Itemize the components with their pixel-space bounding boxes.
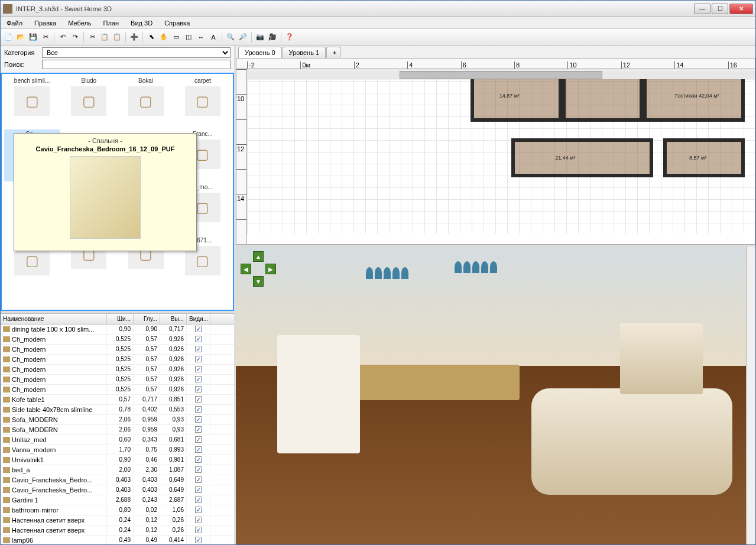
plan-tab[interactable]: Уровень 0 — [238, 47, 282, 58]
table-row[interactable]: Sofa_MODERN2,060,9590,93✓ — [1, 415, 234, 425]
plan-scrollbar-h[interactable] — [247, 69, 755, 80]
zoom-out-icon[interactable]: 🔎 — [238, 32, 248, 43]
table-row[interactable]: Ch_modern0,5250,570,926✓ — [1, 335, 234, 345]
new-icon[interactable]: 📄 — [3, 32, 14, 43]
visible-checkbox[interactable]: ✓ — [195, 517, 202, 523]
plan-room[interactable]: 21,44 м² — [511, 138, 654, 178]
search-input[interactable] — [42, 60, 231, 69]
table-row[interactable]: Gardini 12,6880,2432,687✓ — [1, 495, 234, 505]
table-row[interactable]: Vanna_modern1,700,750,993✓ — [1, 445, 234, 455]
category-select[interactable]: Все — [42, 47, 231, 58]
visible-checkbox[interactable]: ✓ — [195, 527, 202, 533]
visible-checkbox[interactable]: ✓ — [195, 396, 202, 403]
table-row[interactable]: Ch_modern0,5250,570,926✓ — [1, 385, 234, 395]
zoom-in-icon[interactable]: 🔍 — [225, 32, 236, 43]
visible-checkbox[interactable]: ✓ — [195, 386, 202, 392]
menu-План[interactable]: План — [101, 18, 122, 28]
table-row[interactable]: Ch_modern0,5250,570,926✓ — [1, 345, 234, 355]
plan-tab[interactable]: Уровень 1 — [283, 47, 326, 58]
room-icon[interactable]: ◫ — [183, 32, 194, 43]
open-icon[interactable]: 📂 — [15, 32, 26, 43]
col-name[interactable]: Наименование — [1, 314, 107, 324]
wall-icon[interactable]: ▭ — [171, 32, 181, 43]
help-icon[interactable]: ❓ — [284, 32, 295, 43]
table-header[interactable]: Наименование Ши... Глу... Вы... Види... — [1, 314, 234, 325]
visible-checkbox[interactable]: ✓ — [195, 406, 202, 413]
maximize-button[interactable]: ☐ — [712, 4, 728, 14]
menu-Файл[interactable]: Файл — [4, 18, 25, 28]
visible-checkbox[interactable]: ✓ — [195, 376, 202, 382]
table-row[interactable]: Side table 40x78cm slimline0,780,4020,55… — [1, 405, 234, 415]
col-depth[interactable]: Глу... — [134, 314, 160, 324]
table-row[interactable]: Kofe table10,570,7170,851✓ — [1, 395, 234, 405]
copy-icon[interactable]: 📋 — [99, 32, 110, 43]
table-row[interactable]: bathroom-mirror0,800,021,06✓ — [1, 505, 234, 515]
photo-icon[interactable]: 📷 — [255, 32, 265, 43]
redo-icon[interactable]: ↷ — [70, 32, 80, 43]
menu-Правка[interactable]: Правка — [32, 18, 59, 28]
col-width[interactable]: Ши... — [107, 314, 134, 324]
catalog-item[interactable]: Bokal▢ — [118, 76, 174, 128]
nav-up[interactable]: ▲ — [253, 251, 264, 262]
prefs-icon[interactable]: ✂ — [40, 32, 51, 43]
undo-icon[interactable]: ↶ — [57, 32, 68, 43]
menu-Мебель[interactable]: Мебель — [66, 18, 93, 28]
add-furn-icon[interactable]: ➕ — [129, 32, 139, 43]
table-row[interactable]: Настенная светит вверх0,240,120,26✓ — [1, 525, 234, 536]
visible-checkbox[interactable]: ✓ — [195, 476, 202, 483]
nav-right[interactable]: ▶ — [265, 264, 276, 274]
visible-checkbox[interactable]: ✓ — [195, 466, 202, 473]
table-row[interactable]: Ch_modern0,5250,570,926✓ — [1, 355, 234, 365]
table-row[interactable]: Unitaz_med0,600,3430,681✓ — [1, 435, 234, 445]
visible-checkbox[interactable]: ✓ — [195, 416, 202, 423]
save-icon[interactable]: 💾 — [28, 32, 38, 43]
table-row[interactable]: Cavio_Francheska_Bedro...0,4030,4030,649… — [1, 475, 234, 485]
table-row[interactable]: bed_a2,002,301,087✓ — [1, 465, 234, 475]
menu-Справка[interactable]: Справка — [162, 18, 192, 28]
catalog-item[interactable]: carpet▢ — [175, 76, 231, 128]
plan-content[interactable]: 14,87 м²Гостиная 42,04 м²21,44 м²8,57 м² — [247, 69, 755, 233]
visible-checkbox[interactable]: ✓ — [195, 346, 202, 352]
add-level-button[interactable]: + — [326, 47, 340, 58]
cut-icon[interactable]: ✂ — [87, 32, 98, 43]
visible-checkbox[interactable]: ✓ — [195, 326, 202, 332]
nav-left[interactable]: ◀ — [241, 264, 251, 274]
video-icon[interactable]: 🎥 — [267, 32, 278, 43]
dim-icon[interactable]: ↔ — [196, 32, 206, 43]
table-row[interactable]: Ch_modern0,5250,570,926✓ — [1, 375, 234, 385]
catalog-grid[interactable]: - Спальня - Cavio_Francheska_Bedroom_16_… — [1, 73, 234, 311]
plan-room[interactable]: 14,87 м² — [471, 73, 562, 122]
table-row[interactable]: dining table 100 x 100 slim...0,900,900,… — [1, 325, 234, 335]
visible-checkbox[interactable]: ✓ — [195, 436, 202, 443]
select-icon[interactable]: ⬉ — [146, 32, 157, 43]
view3d-scrollbar[interactable] — [746, 246, 755, 544]
table-row[interactable]: lamp060,490,490,414✓ — [1, 536, 234, 545]
pan-icon[interactable]: ✋ — [158, 32, 169, 43]
paste-icon[interactable]: 📋 — [112, 32, 122, 43]
visible-checkbox[interactable]: ✓ — [195, 366, 202, 372]
close-button[interactable]: ✕ — [729, 4, 753, 14]
col-visible[interactable]: Види... — [187, 314, 210, 324]
visible-checkbox[interactable]: ✓ — [195, 507, 202, 513]
visible-checkbox[interactable]: ✓ — [195, 456, 202, 463]
visible-checkbox[interactable]: ✓ — [195, 537, 202, 543]
furniture-table[interactable]: Наименование Ши... Глу... Вы... Види... … — [1, 313, 234, 545]
table-row[interactable]: Настенная светит вверх0,240,120,26✓ — [1, 515, 234, 525]
col-height[interactable]: Вы... — [160, 314, 187, 324]
visible-checkbox[interactable]: ✓ — [195, 446, 202, 453]
visible-checkbox[interactable]: ✓ — [195, 336, 202, 342]
nav-down[interactable]: ▼ — [253, 276, 264, 287]
visible-checkbox[interactable]: ✓ — [195, 426, 202, 433]
catalog-item[interactable]: Bludo▢ — [61, 76, 116, 128]
minimize-button[interactable]: — — [694, 4, 710, 14]
view-3d[interactable]: ▲ ▼ ◀ ▶ — [236, 246, 755, 544]
table-row[interactable]: Sofa_MODERN2,060,9590,93✓ — [1, 425, 234, 435]
text-icon[interactable]: A — [208, 32, 219, 43]
plan-room[interactable]: Гостиная 42,04 м² — [643, 73, 745, 122]
visible-checkbox[interactable]: ✓ — [195, 486, 202, 493]
menu-Вид 3D[interactable]: Вид 3D — [128, 18, 155, 28]
catalog-item[interactable]: bench slimli...▢ — [4, 76, 60, 128]
table-row[interactable]: Umivalnik10,900,460,981✓ — [1, 455, 234, 465]
plan-room[interactable]: 8,57 м² — [663, 138, 744, 178]
table-row[interactable]: Ch_modern0,5250,570,926✓ — [1, 365, 234, 375]
